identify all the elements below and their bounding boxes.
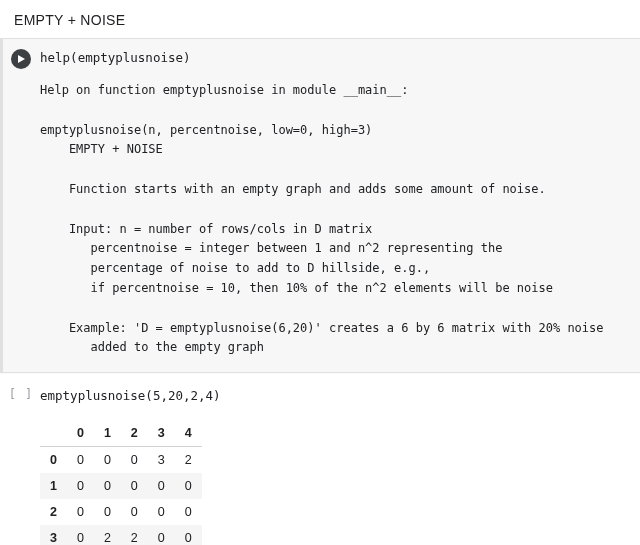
cell-gutter: [ ] xyxy=(6,385,36,401)
table-cell: 0 xyxy=(94,447,121,474)
code-input[interactable]: help(emptyplusnoise) xyxy=(36,47,634,68)
table-row: 2 0 0 0 0 0 xyxy=(40,499,202,525)
cell-gutter xyxy=(6,47,36,69)
table-col-header: 1 xyxy=(94,420,121,447)
table-cell: 3 xyxy=(148,447,175,474)
table-row: 1 0 0 0 0 0 xyxy=(40,473,202,499)
execution-count-bracket[interactable]: [ ] xyxy=(9,387,34,401)
table-col-header: 4 xyxy=(175,420,202,447)
table-row-header: 3 xyxy=(40,525,67,545)
table-header-row: 0 1 2 3 4 xyxy=(40,420,202,447)
table-cell: 0 xyxy=(148,473,175,499)
table-row-header: 1 xyxy=(40,473,67,499)
table-cell: 0 xyxy=(94,499,121,525)
table-row: 0 0 0 0 3 2 xyxy=(40,447,202,474)
table-cell: 0 xyxy=(148,499,175,525)
table-cell: 0 xyxy=(67,473,94,499)
cell-output-table: 0 1 2 3 4 0 0 0 0 3 2 1 0 xyxy=(0,414,640,545)
table-col-header: 0 xyxy=(67,420,94,447)
table-row: 3 0 2 2 0 0 xyxy=(40,525,202,545)
table-cell: 0 xyxy=(148,525,175,545)
table-cell: 0 xyxy=(175,525,202,545)
cell-input-row: [ ] emptyplusnoise(5,20,2,4) xyxy=(0,377,640,414)
table-cell: 0 xyxy=(67,447,94,474)
table-col-header: 2 xyxy=(121,420,148,447)
dataframe-table: 0 1 2 3 4 0 0 0 0 3 2 1 0 xyxy=(40,420,202,545)
cell-output-text: Help on function emptyplusnoise in modul… xyxy=(0,75,640,372)
table-col-header: 3 xyxy=(148,420,175,447)
table-cell: 0 xyxy=(67,499,94,525)
table-cell: 0 xyxy=(121,447,148,474)
table-row-header: 2 xyxy=(40,499,67,525)
cell-input-row: help(emptyplusnoise) xyxy=(0,39,640,75)
table-cell: 2 xyxy=(121,525,148,545)
table-cell: 0 xyxy=(121,473,148,499)
table-cell: 0 xyxy=(175,499,202,525)
section-heading: EMPTY + NOISE xyxy=(0,0,640,38)
code-cell: [ ] emptyplusnoise(5,20,2,4) 0 1 2 3 4 0… xyxy=(0,377,640,545)
table-cell: 0 xyxy=(175,473,202,499)
run-button[interactable] xyxy=(11,49,31,69)
play-filled-icon xyxy=(16,54,26,64)
table-cell: 2 xyxy=(94,525,121,545)
code-input[interactable]: emptyplusnoise(5,20,2,4) xyxy=(36,385,634,406)
table-cell: 2 xyxy=(175,447,202,474)
table-cell: 0 xyxy=(94,473,121,499)
table-row-header: 0 xyxy=(40,447,67,474)
table-cell: 0 xyxy=(67,525,94,545)
table-corner xyxy=(40,420,67,447)
table-cell: 0 xyxy=(121,499,148,525)
code-cell: help(emptyplusnoise) Help on function em… xyxy=(0,38,640,373)
